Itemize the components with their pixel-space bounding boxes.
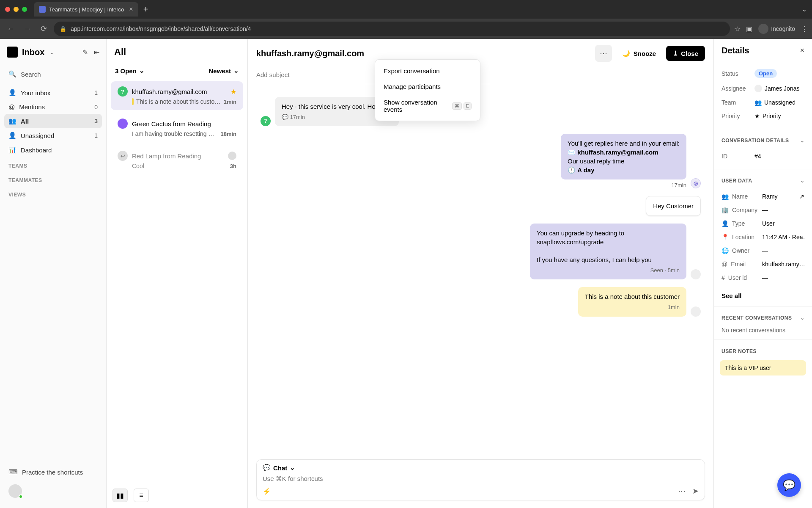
external-link-icon[interactable]: ↗ xyxy=(799,193,804,200)
star-icon[interactable]: ☆ xyxy=(734,25,740,33)
practice-shortcuts[interactable]: ⌨ Practice the shortcuts xyxy=(4,464,102,480)
row-icon: 🏢 xyxy=(721,207,729,213)
assignee-name: James Jonas xyxy=(765,85,799,92)
sidebar-item-unassigned[interactable]: 👤 Unassigned 1 xyxy=(4,128,102,143)
incognito-label: Incognito xyxy=(771,25,795,32)
conversation-name: Red Lamp from Reading xyxy=(132,152,224,160)
user-data-heading[interactable]: USER DATA ⌄ xyxy=(714,172,812,186)
user-data-row[interactable]: # User id — xyxy=(721,271,804,284)
panel-icon[interactable]: ▣ xyxy=(746,25,752,33)
sidebar-item-your-inbox[interactable]: 👤 Your inbox 1 xyxy=(4,86,102,100)
compose-icon[interactable]: ✎ xyxy=(82,48,88,56)
composer-mode-label: Chat xyxy=(273,464,287,472)
note-text: This is a note about this customer xyxy=(585,293,680,300)
row-value: khuffash.ramy… xyxy=(762,261,804,268)
collapse-icon[interactable]: ⇤ xyxy=(94,48,99,56)
dropdown-show-events[interactable]: Show conversation events ⌘ E xyxy=(379,94,477,117)
conversation-name: khuffash.ramy@gmail.com xyxy=(132,88,226,95)
user-data-row[interactable]: 🌐 Owner — xyxy=(721,244,804,257)
window-close-mac[interactable] xyxy=(5,7,10,12)
priority-text: Priority xyxy=(763,113,781,119)
note-indicator xyxy=(132,98,134,105)
send-icon[interactable]: ➤ xyxy=(692,486,699,496)
conversation-time: 18min xyxy=(220,131,236,137)
more-icon[interactable]: ⋯ xyxy=(678,486,686,496)
conversation-item[interactable]: ↩ Red Lamp from Reading Cool 3h xyxy=(111,146,243,174)
user-avatar[interactable] xyxy=(8,484,22,498)
more-actions-button[interactable]: ⋯ xyxy=(595,45,612,62)
row-label: Name xyxy=(732,193,748,200)
bolt-icon[interactable]: ⚡ xyxy=(263,487,271,495)
agent-message-bubble: You can upgrade by heading to snapflows.… xyxy=(530,224,686,279)
conversation-item[interactable]: Green Cactus from Reading I am having tr… xyxy=(111,113,243,142)
overflow-menu-icon[interactable]: ⋮ xyxy=(801,25,808,33)
section-views[interactable]: VIEWS xyxy=(4,186,102,200)
section-teammates[interactable]: TEAMMATES xyxy=(4,171,102,186)
team-value[interactable]: 👥 Unassigned xyxy=(754,99,804,106)
back-button[interactable]: ← xyxy=(4,23,17,35)
url-bar[interactable]: 🔒 app.intercom.com/a/inbox/nnsgmgob/inbo… xyxy=(54,22,730,36)
row-label: Location xyxy=(732,234,754,240)
close-label: Close xyxy=(681,50,698,57)
sort-filter[interactable]: Newest ⌄ xyxy=(208,67,239,75)
list-view-toggle[interactable]: ▮▮ xyxy=(112,489,128,502)
close-details-icon[interactable]: × xyxy=(800,46,804,55)
system-message-bubble: You'll get replies here and in your emai… xyxy=(561,134,686,179)
user-data-row[interactable]: 👤 Type User xyxy=(721,217,804,230)
window-minimize-mac[interactable] xyxy=(14,7,19,12)
new-tab-button[interactable]: + xyxy=(143,5,148,14)
recent-conversations-heading[interactable]: RECENT CONVERSATIONS ⌄ xyxy=(714,309,812,323)
chevron-down-icon: ⌄ xyxy=(800,315,805,321)
compact-view-toggle[interactable]: ≡ xyxy=(134,489,149,502)
star-icon[interactable]: ★ xyxy=(230,88,236,96)
open-filter[interactable]: 3 Open ⌄ xyxy=(115,67,145,75)
tabs-overflow-icon[interactable]: ⌄ xyxy=(802,6,807,13)
tab-close-icon[interactable]: × xyxy=(129,6,133,13)
sidebar-item-all[interactable]: 👥 All 3 xyxy=(4,114,102,128)
person-icon: 👤 xyxy=(8,89,16,97)
window-maximize-mac[interactable] xyxy=(22,7,27,12)
snooze-button[interactable]: 🌙 Snooze xyxy=(616,46,662,61)
user-data-row[interactable]: 🏢 Company — xyxy=(721,203,804,217)
dropdown-manage-participants[interactable]: Manage participants xyxy=(379,79,477,94)
intercom-launcher[interactable]: 💬 xyxy=(777,473,801,497)
person-icon: 👤 xyxy=(8,132,16,139)
intercom-logo[interactable] xyxy=(7,47,18,58)
messenger-icon: 💬 xyxy=(783,479,796,491)
sort-label: Newest xyxy=(208,67,231,75)
conversation-preview: This is a note about this customer xyxy=(136,98,221,105)
priority-value[interactable]: ★ Priority xyxy=(754,113,804,119)
agent-avatar xyxy=(691,306,701,317)
sidebar-item-dashboard[interactable]: 📊 Dashboard xyxy=(4,143,102,157)
dropdown-export[interactable]: Export conversation xyxy=(379,63,477,79)
conversation-item[interactable]: ? khuffash.ramy@gmail.com ★ This is a no… xyxy=(111,81,243,110)
forward-button[interactable]: → xyxy=(21,23,34,35)
sidebar-item-mentions[interactable]: @ Mentions 0 xyxy=(4,100,102,114)
snooze-label: Snooze xyxy=(634,50,656,57)
conversation-preview: Cool xyxy=(132,163,228,169)
message-text: Our usual reply time xyxy=(568,157,680,166)
assignee-value[interactable]: James Jonas xyxy=(754,85,804,92)
section-teams[interactable]: TEAMS xyxy=(4,157,102,171)
inbox-title[interactable]: Inbox xyxy=(22,47,44,57)
reload-button[interactable]: ⟳ xyxy=(38,22,49,35)
user-data-row[interactable]: 👥 Name Ramy ↗ xyxy=(721,190,804,203)
user-notes-heading[interactable]: USER NOTES xyxy=(714,342,812,357)
at-icon: @ xyxy=(8,103,15,110)
search-input[interactable]: 🔍 Search xyxy=(4,67,102,81)
composer-input[interactable] xyxy=(263,475,699,482)
close-button[interactable]: ⤓ Close xyxy=(666,46,705,61)
conversation-details-heading[interactable]: CONVERSATION DETAILS ⌄ xyxy=(714,132,812,146)
people-icon: 👥 xyxy=(754,99,762,106)
user-data-row[interactable]: 📍 Location 11:42 AM · Rea… xyxy=(721,230,804,244)
incognito-badge[interactable]: Incognito xyxy=(758,24,795,34)
row-icon: 👤 xyxy=(721,220,729,227)
subject-input[interactable] xyxy=(256,71,705,78)
status-badge[interactable]: Open xyxy=(754,69,777,78)
see-all-link[interactable]: See all xyxy=(714,288,812,304)
user-data-row[interactable]: @ Email khuffash.ramy… xyxy=(721,257,804,271)
composer-mode[interactable]: 💬 Chat ⌄ xyxy=(263,464,699,472)
browser-tab[interactable]: Teammates | Moodjoy | Interco × xyxy=(34,2,138,17)
chevron-down-icon[interactable]: ⌄ xyxy=(49,49,54,55)
user-note[interactable]: This is a VIP user xyxy=(720,360,806,375)
